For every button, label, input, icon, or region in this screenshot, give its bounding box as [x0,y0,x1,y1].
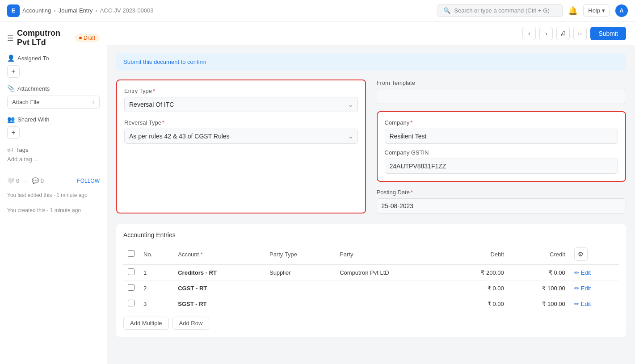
help-button[interactable]: Help ▾ [583,4,610,17]
th-checkbox [123,244,139,265]
alert-bar: Submit this document to confirm [116,53,626,71]
posting-date-label: Posting Date * [377,189,627,196]
app-icon[interactable]: E [7,4,20,17]
next-button[interactable]: › [539,27,553,40]
search-placeholder: Search or type a command (Ctrl + G) [454,7,550,14]
content-area: ‹ › 🖨 ··· Submit Submit this document to… [107,21,635,364]
add-tag-link[interactable]: Add a tag ... [7,156,100,163]
alert-message: Submit this document to confirm [123,59,206,65]
shared-with-section: 👥 Shared With + [7,116,100,139]
attachment-icon: 📎 [7,85,15,92]
table-row: 2 CGST - RT ₹ 0.00 ₹ 100.00 ✏ Edit [123,280,619,296]
row2-credit: ₹ 100.00 [509,280,570,296]
follow-button[interactable]: FOLLOW [77,178,100,184]
row3-party [335,296,447,312]
notification-button[interactable]: 🔔 [568,6,578,16]
breadcrumb-accounting[interactable]: Accounting [22,7,51,14]
breadcrumb: Accounting › Journal Entry › ACC-JV-2023… [22,7,154,14]
draft-badge: Draft [75,34,100,42]
reversal-type-select[interactable]: As per rules 42 & 43 of CGST RulesAs per… [124,129,358,144]
breadcrumb-journal-entry[interactable]: Journal Entry [59,7,93,14]
tags-label: 🏷 Tags [7,146,100,153]
row2-no: 2 [139,280,173,296]
draft-dot [79,37,82,39]
company-gstin-label: Company GSTIN [385,149,618,156]
add-multiple-button[interactable]: Add Multiple [123,317,169,330]
attach-plus-icon: + [91,99,95,105]
row1-checkbox[interactable] [128,268,135,275]
user-icon: 👤 [7,54,15,62]
table-row: 1 Creditors - RT Supplier Computron Pvt … [123,265,619,280]
attach-file-label: Attach File [12,99,39,105]
tag-icon: 🏷 [7,146,13,153]
from-template-label: From Template [377,79,627,86]
menu-icon[interactable]: ☰ [7,34,13,42]
sidebar-header: ☰ Computron Pvt LTd Draft [7,29,100,47]
from-template-group: From Template [377,79,627,104]
th-no: No. [139,244,173,265]
row1-party-type: Supplier [265,265,335,280]
sidebar: ☰ Computron Pvt LTd Draft 👤 Assigned To … [0,21,107,364]
reversal-type-label: Reversal Type * [124,119,358,126]
row1-no: 1 [139,265,173,280]
top-nav: E Accounting › Journal Entry › ACC-JV-20… [0,0,635,21]
row2-edit-cell: ✏ Edit [570,280,619,296]
row1-credit: ₹ 0.00 [509,265,570,280]
row1-account: Creditors - RT [173,265,265,280]
nav-left: E Accounting › Journal Entry › ACC-JV-20… [7,4,154,17]
comments-count: 0 [41,177,44,184]
form-area: Submit this document to confirm Entry Ty… [107,46,635,344]
row1-debit: ₹ 200.00 [447,265,509,280]
row2-party [335,280,447,296]
table-row: 3 SGST - RT ₹ 0.00 ₹ 100.00 ✏ Edit [123,296,619,312]
row1-edit-button[interactable]: ✏ Edit [574,269,591,276]
select-all-checkbox[interactable] [128,250,135,257]
row2-party-type [265,280,335,296]
row3-credit: ₹ 100.00 [509,296,570,312]
row2-debit: ₹ 0.00 [447,280,509,296]
company-input[interactable] [385,129,618,144]
search-bar[interactable]: 🔍 Search or type a command (Ctrl + G) [437,4,563,17]
help-label: Help [588,7,600,14]
entry-type-label: Entry Type * [124,88,358,94]
entry-type-select[interactable]: Reversal Of ITCJournal EntryOpening Entr… [124,97,358,112]
gear-settings-button[interactable]: ⚙ [574,247,588,261]
likes-item[interactable]: 🤍 0 [7,177,19,184]
prev-button[interactable]: ‹ [522,27,536,40]
attachments-section: 📎 Attachments Attach File + [7,85,100,109]
user-avatar[interactable]: A [615,4,628,17]
social-row: 🤍 0 · 💬 0 FOLLOW [7,177,100,184]
shared-with-label: 👥 Shared With [7,116,100,123]
company-required: * [410,119,412,126]
comments-item[interactable]: 💬 0 [32,177,44,184]
draft-label: Draft [84,35,95,41]
posting-date-group: Posting Date * [377,189,627,213]
print-button[interactable]: 🖨 [556,27,570,40]
company-gstin-input[interactable] [385,159,618,174]
add-row-button[interactable]: Add Row [172,317,210,330]
entry-type-group: Entry Type * Reversal Of ITCJournal Entr… [124,88,358,112]
company-label: Company * [385,119,618,126]
company-section: Company * Company GSTIN [377,111,627,182]
row2-edit-button[interactable]: ✏ Edit [574,285,591,292]
row3-checkbox[interactable] [128,300,135,306]
row1-edit-cell: ✏ Edit [570,265,619,280]
add-assigned-button[interactable]: + [7,65,20,78]
table-footer: Add Multiple Add Row [123,317,619,330]
edit-pencil-icon: ✏ [574,269,579,276]
main-layout: ☰ Computron Pvt LTd Draft 👤 Assigned To … [0,21,635,364]
from-template-input[interactable] [377,89,627,104]
th-party: Party [335,244,447,265]
th-account: Account * [173,244,265,265]
accounting-entries-title: Accounting Entries [123,231,619,238]
attach-file-button[interactable]: Attach File + [7,96,100,109]
posting-date-input[interactable] [377,198,627,213]
entry-type-required: * [153,88,155,94]
add-shared-button[interactable]: + [7,126,20,139]
shared-icon: 👥 [7,116,15,123]
row3-edit-button[interactable]: ✏ Edit [574,301,591,307]
row2-checkbox[interactable] [128,284,135,291]
th-gear: ⚙ [570,244,619,265]
more-button[interactable]: ··· [573,27,587,40]
submit-button[interactable]: Submit [590,27,626,40]
